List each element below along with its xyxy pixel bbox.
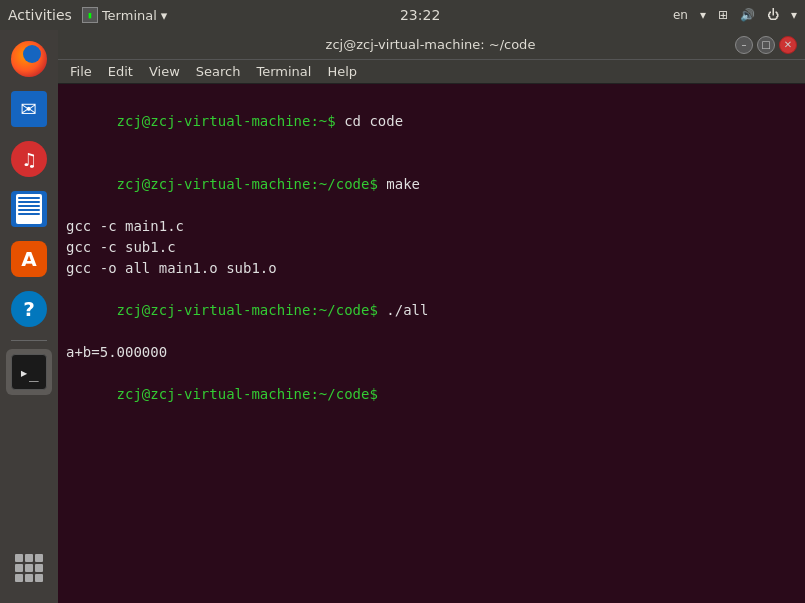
top-system-bar: Activities ▮ Terminal ▾ 23:22 en ▾ ⊞ 🔊 ⏻…	[0, 0, 805, 30]
sidebar-item-firefox[interactable]	[6, 36, 52, 82]
menu-edit[interactable]: Edit	[102, 62, 139, 81]
terminal-line-5: gcc -o all main1.o sub1.o	[66, 258, 797, 279]
terminal-line-8: zcj@zcj-virtual-machine:~/code$	[66, 363, 797, 426]
firefox-icon	[11, 41, 47, 77]
prompt-3: zcj@zcj-virtual-machine:~/code$	[117, 302, 387, 318]
sidebar-separator	[11, 340, 47, 341]
terminal-tab-label: Terminal	[102, 8, 157, 23]
email-icon: ✉	[11, 91, 47, 127]
terminal-line-7: a+b=5.000000	[66, 342, 797, 363]
cmd-2: make	[386, 176, 420, 192]
libreoffice-icon	[11, 191, 47, 227]
power-arrow: ▾	[791, 8, 797, 22]
terminal-line-6: zcj@zcj-virtual-machine:~/code$ ./all	[66, 279, 797, 342]
terminal-tab-icon: ▮	[82, 7, 98, 23]
terminal-tab[interactable]: ▮ Terminal ▾	[82, 7, 167, 23]
sidebar-item-email[interactable]: ✉	[6, 86, 52, 132]
close-button[interactable]: ✕	[779, 36, 797, 54]
menu-terminal[interactable]: Terminal	[250, 62, 317, 81]
terminal-line-1: zcj@zcj-virtual-machine:~$ cd code	[66, 90, 797, 153]
window-title: zcj@zcj-virtual-machine: ~/code	[126, 37, 735, 52]
cmd-3: ./all	[386, 302, 428, 318]
volume-icon[interactable]: 🔊	[740, 8, 755, 22]
menu-search[interactable]: Search	[190, 62, 247, 81]
top-bar-right: en ▾ ⊞ 🔊 ⏻ ▾	[673, 8, 797, 22]
terminal-line-4: gcc -c sub1.c	[66, 237, 797, 258]
menu-help[interactable]: Help	[321, 62, 363, 81]
maximize-button[interactable]: □	[757, 36, 775, 54]
music-icon: ♫	[11, 141, 47, 177]
terminal-tab-arrow: ▾	[161, 8, 168, 23]
terminal-window: zcj@zcj-virtual-machine: ~/code – □ ✕ Fi…	[58, 30, 805, 603]
cmd-1: cd code	[344, 113, 403, 129]
activities-button[interactable]: Activities	[8, 7, 72, 23]
terminal-content[interactable]: zcj@zcj-virtual-machine:~$ cd code zcj@z…	[58, 84, 805, 603]
menu-bar: File Edit View Search Terminal Help	[58, 60, 805, 84]
top-bar-left: Activities ▮ Terminal ▾	[8, 7, 167, 23]
apps-grid-icon	[15, 554, 43, 582]
prompt-2: zcj@zcj-virtual-machine:~/code$	[117, 176, 387, 192]
menu-file[interactable]: File	[64, 62, 98, 81]
sidebar-item-music[interactable]: ♫	[6, 136, 52, 182]
help-icon: ?	[11, 291, 47, 327]
terminal-line-3: gcc -c main1.c	[66, 216, 797, 237]
sidebar-item-appstore[interactable]: A	[6, 236, 52, 282]
lang-arrow: ▾	[700, 8, 706, 22]
sidebar-item-help[interactable]: ?	[6, 286, 52, 332]
sidebar-item-libreoffice[interactable]	[6, 186, 52, 232]
lang-indicator[interactable]: en	[673, 8, 688, 22]
window-titlebar: zcj@zcj-virtual-machine: ~/code – □ ✕	[58, 30, 805, 60]
prompt-1: zcj@zcj-virtual-machine:~$	[117, 113, 345, 129]
terminal-line-2: zcj@zcj-virtual-machine:~/code$ make	[66, 153, 797, 216]
minimize-button[interactable]: –	[735, 36, 753, 54]
menu-view[interactable]: View	[143, 62, 186, 81]
sidebar-item-terminal[interactable]: ▸_	[6, 349, 52, 395]
network-icon[interactable]: ⊞	[718, 8, 728, 22]
window-controls: – □ ✕	[735, 36, 797, 54]
clock: 23:22	[400, 7, 440, 23]
power-icon[interactable]: ⏻	[767, 8, 779, 22]
sidebar-item-apps[interactable]	[6, 545, 52, 591]
sidebar: ✉ ♫ A ? ▸_	[0, 30, 58, 603]
appstore-icon: A	[11, 241, 47, 277]
terminal-sidebar-icon: ▸_	[11, 354, 47, 390]
prompt-4: zcj@zcj-virtual-machine:~/code$	[117, 386, 387, 402]
